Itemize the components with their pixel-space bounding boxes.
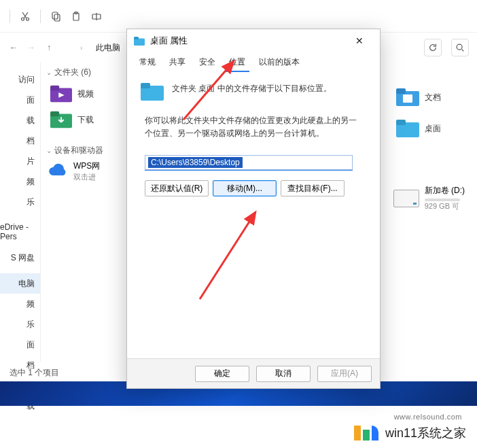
sidebar-item[interactable]: 乐 [0,314,40,334]
item-label: 文档 [425,92,441,103]
cut-icon[interactable] [20,11,31,22]
desktop-folder-icon [396,120,419,137]
ok-button[interactable]: 确定 [195,366,249,382]
svg-rect-12 [50,111,59,117]
dialog-titlebar: 桌面 属性 ✕ [127,29,380,52]
search-button[interactable] [451,39,469,56]
sidebar-item[interactable]: 档 [0,131,40,151]
apply-button: 应用(A) [317,366,372,382]
sidebar-wps[interactable]: S 网盘 [0,247,40,268]
group-header-label: 文件夹 (6) [54,67,91,78]
path-input-wrap: C:\Users\83859\Desktop [145,155,353,170]
pc-icon [61,43,73,52]
dialog-desc1: 文件夹 桌面 中的文件存储于以下目标位置。 [172,83,332,94]
svg-rect-19 [134,37,139,39]
forward-icon: → [26,42,37,53]
drive-item-d[interactable]: 新加卷 (D:) 929 GB 可 [396,185,465,211]
paste-icon[interactable] [71,11,82,22]
folder-item-video[interactable]: 视频 [50,84,125,104]
group-header-folders[interactable]: ⌄ 文件夹 (6) [46,67,129,78]
folder-item-desktop[interactable]: 桌面 [396,120,465,137]
group-header-drives[interactable]: ⌄ 设备和驱动器 [46,145,129,156]
svg-rect-18 [134,38,145,46]
dialog-footer: 确定 取消 应用(A) [127,358,380,388]
sidebar-item[interactable]: 片 [0,151,40,171]
chevron-down-icon: ⌄ [46,147,52,154]
sidebar-item[interactable]: 访问 [0,69,40,90]
sidebar-onedrive[interactable]: eDrive - Pers [0,222,40,242]
desktop-folder-icon [141,83,164,101]
drive-item-wps[interactable]: WPS网 双击进 [48,160,128,182]
dialog-desc2: 你可以将此文件夹中文件存储的位置更改为此硬盘上的另一个位置、另一个驱动器或网络上… [145,114,362,140]
back-icon[interactable]: ← [8,42,19,53]
content-right: 文档 桌面 新加卷 (D:) 929 GB 可 [396,88,465,211]
item-label: 下载 [77,114,94,126]
item-sublabel: 双击进 [73,172,100,182]
dialog-title: 桌面 属性 [150,35,188,47]
cancel-button[interactable]: 取消 [256,366,311,382]
tab-location[interactable]: 位置 [222,54,252,71]
docs-folder-icon [396,88,419,106]
item-label: 桌面 [425,123,441,135]
dialog-body: 文件夹 桌面 中的文件存储于以下目标位置。 你可以将此文件夹中文件存储的位置更改… [127,71,380,205]
rename-icon[interactable] [91,11,102,22]
tab-security[interactable]: 安全 [192,54,222,71]
folder-item-docs[interactable]: 文档 [396,88,465,106]
svg-rect-2 [52,12,58,19]
download-folder-icon [50,109,72,130]
sidebar-item[interactable]: 频 [0,294,40,314]
sidebar-item[interactable]: 频 [0,171,40,192]
sidebar-item[interactable]: 面 [0,334,40,355]
cloud-icon [48,163,68,180]
drive-free-label: 929 GB 可 [425,201,465,211]
item-label: 视频 [77,88,94,100]
tab-general[interactable]: 常规 [132,54,162,71]
properties-dialog: 桌面 属性 ✕ 常规 共享 安全 位置 以前的版本 文件夹 桌面 中的文件存储于… [126,29,381,389]
refresh-button[interactable] [424,39,442,56]
move-button[interactable]: 移动(M)... [213,180,277,196]
folder-item-download[interactable]: 下载 [50,109,125,130]
watermark-logo-icon [354,426,378,441]
svg-point-7 [457,44,462,50]
svg-rect-21 [141,83,150,88]
close-button[interactable]: ✕ [346,31,373,50]
sidebar-thispc[interactable]: 电脑 [0,273,40,294]
chevron-down-icon: ⌄ [46,69,52,76]
item-label: WPS网 [73,160,100,172]
path-input[interactable]: C:\Users\83859\Desktop [148,157,243,168]
video-folder-icon [50,84,72,104]
svg-rect-3 [54,14,60,21]
dialog-tabs: 常规 共享 安全 位置 以前的版本 [127,52,380,71]
left-sidebar: 访问 面 载 档 片 频 乐 eDrive - Pers S 网盘 电脑 频 乐… [0,63,41,362]
drive-label: 新加卷 (D:) [425,185,465,196]
status-bar: 选中 1 个项目 [10,367,59,379]
folder-icon [134,37,145,46]
find-target-button[interactable]: 查找目标(F)... [281,180,344,196]
svg-rect-14 [396,88,406,94]
watermark-url: www.relsound.com [394,413,462,421]
breadcrumb-item[interactable]: 此电脑 [89,38,127,58]
top-toolbar [0,0,477,33]
svg-rect-9 [50,86,59,91]
restore-defaults-button[interactable]: 还原默认值(R) [145,180,209,196]
watermark-text: win11系统之家 [385,425,466,441]
sidebar-item[interactable]: 面 [0,90,40,110]
sidebar-item[interactable]: 乐 [0,192,40,212]
svg-rect-15 [403,94,412,103]
tab-versions[interactable]: 以前的版本 [252,54,306,71]
copy-icon[interactable] [50,11,61,22]
group-header-label: 设备和驱动器 [54,145,103,156]
chevron-icon: › [80,44,82,52]
tab-share[interactable]: 共享 [162,54,192,71]
svg-rect-17 [396,120,406,125]
watermark: win11系统之家 [354,425,466,441]
content-area: ⌄ 文件夹 (6) 视频 下载 ⌄ 设备和驱动器 WPS网 双击 [41,63,135,362]
up-icon[interactable]: ↑ [43,42,54,53]
drive-icon [393,190,419,207]
sidebar-item[interactable]: 载 [0,110,40,131]
